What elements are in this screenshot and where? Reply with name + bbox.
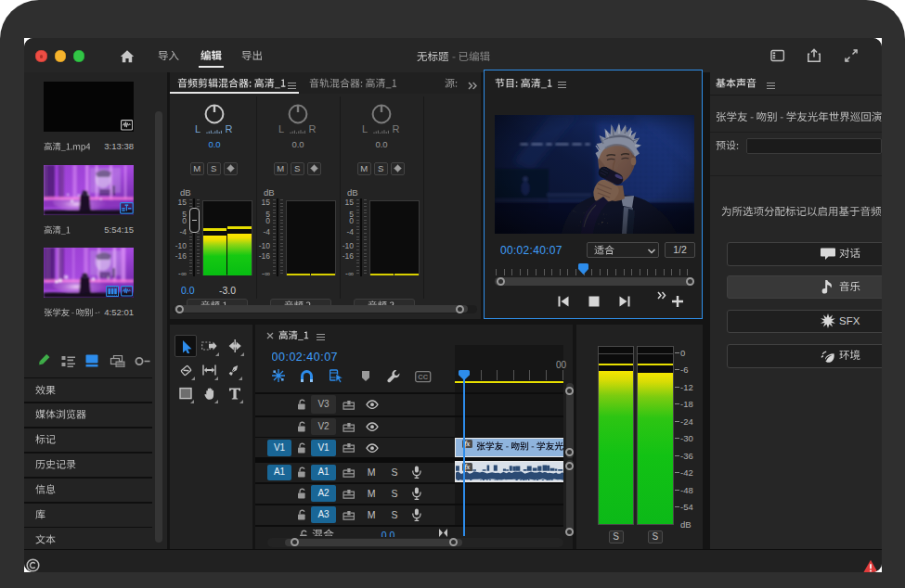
tab-essential-sound[interactable] [716,78,756,91]
program-panel-menu-icon[interactable] [558,81,566,89]
tool-track-select-forward[interactable] [201,339,217,353]
sidebar-panel-tab-label[interactable] [35,484,56,497]
share-export-icon[interactable] [807,48,821,62]
track-lock-icon[interactable] [297,421,306,432]
tool-razor[interactable] [179,364,193,377]
tool-ripple-edit[interactable] [227,339,242,353]
timeline-ruler[interactable] [455,370,564,380]
sync-lock-icon[interactable] [343,510,355,521]
project-item-label[interactable] [44,225,101,236]
closed-captions-icon[interactable]: CC [415,371,432,383]
program-ruler[interactable] [496,269,694,275]
add-marker-icon[interactable] [361,370,370,381]
voiceover-mic-icon[interactable] [411,466,422,479]
timeline-hscroll-thumb[interactable] [285,539,462,547]
track-lock-icon[interactable] [297,488,306,499]
sidebar-panel-tab-label[interactable] [35,534,56,547]
zoom-select-value[interactable] [594,245,614,258]
essential-button-label[interactable] [839,350,860,364]
sync-lock-icon[interactable] [343,422,355,433]
fullscreen-expand-icon[interactable] [844,48,859,63]
menu-edit[interactable] [200,50,222,64]
panel-overflow-icon[interactable] [468,82,477,90]
fader-track[interactable] [277,198,278,277]
track-lock-icon[interactable] [297,467,306,478]
sync-lock-icon[interactable] [343,442,355,454]
warning-triangle-icon[interactable] [863,559,878,573]
solo-button[interactable]: S [374,162,389,175]
meter-solo-label[interactable]: S [609,531,624,543]
project-item-label[interactable] [44,142,101,153]
sidebar-panel-tab-label[interactable] [35,434,56,447]
vscroll-handle[interactable] [565,462,574,470]
essential-button-label[interactable] [839,248,860,262]
vscroll-handle[interactable] [565,387,574,395]
meter-solo-label[interactable]: S [648,531,663,543]
vscroll-handle[interactable] [565,528,574,536]
mixer-panel-menu-icon[interactable] [288,82,296,90]
mixer-hscroll-handle-right[interactable] [456,305,464,313]
tool-type[interactable] [228,387,241,401]
sidebar-panel-tab-label[interactable] [35,509,45,522]
icon-view-icon[interactable] [85,354,98,367]
traffic-minimize-button[interactable] [55,50,66,61]
solo-button[interactable]: S [207,162,222,175]
project-item-label[interactable] [44,308,101,319]
keyframe-toggle-button[interactable] [391,162,406,175]
track-output-eye-icon[interactable] [366,443,379,454]
tab-audio-track-mixer[interactable] [309,78,397,91]
tool-selection[interactable] [179,339,193,353]
program-video-frame[interactable] [495,115,694,234]
workspace-layout-icon[interactable] [770,49,785,62]
sidebar-panel-tab-label[interactable] [35,459,76,472]
vscroll-handle[interactable] [565,448,574,456]
resolution-value[interactable]: 1/2 [665,244,695,256]
home-icon[interactable] [120,49,135,64]
step-forward-icon[interactable] [619,296,630,307]
tab-program-monitor[interactable] [495,78,552,91]
track-lock-icon[interactable] [297,399,306,410]
sync-lock-icon[interactable] [343,400,355,411]
essential-button-label[interactable] [839,281,860,295]
track-output-eye-icon[interactable] [366,400,379,410]
mixer-hscroll-handle-left[interactable] [175,305,184,313]
pan-knob[interactable] [288,104,308,124]
voiceover-mic-icon[interactable] [411,508,422,521]
timeline-panel-menu-icon[interactable] [317,333,325,341]
freeform-view-icon[interactable] [110,355,125,368]
tab-source[interactable] [445,78,458,91]
menu-import[interactable] [158,50,179,64]
sidebar-panel-tab-label[interactable] [35,409,86,422]
keyframe-toggle-button[interactable] [224,162,239,175]
sync-lock-icon[interactable] [343,467,355,479]
sidebar-scrollbar[interactable] [155,111,162,543]
tool-hand[interactable] [203,387,216,401]
timeline-settings-icon[interactable] [387,369,401,383]
tool-rectangle[interactable] [179,387,192,401]
tab-audio-clip-mixer[interactable] [177,78,286,91]
pan-knob[interactable] [371,104,392,124]
voiceover-mic-icon[interactable] [411,487,422,500]
program-scrub-handle-left[interactable] [497,277,505,286]
mute-button[interactable]: M [274,162,289,175]
list-view-icon[interactable] [61,355,75,368]
timeline-vscroll-audio[interactable] [566,460,574,536]
program-playhead[interactable] [578,263,588,275]
step-back-icon[interactable] [558,296,569,307]
track-lock-icon[interactable] [297,442,306,454]
program-scrub-handle-right[interactable] [686,277,694,286]
tab-timeline-sequence[interactable] [278,330,309,343]
sidebar-panel-tab-label[interactable] [35,385,56,398]
mute-button[interactable]: M [190,162,205,175]
sync-lock-icon[interactable] [343,489,355,500]
transport-more-icon[interactable] [657,291,666,300]
add-button-icon[interactable] [672,296,683,307]
tool-pen[interactable] [227,364,240,377]
essential-button-label[interactable]: SFX [839,314,867,328]
mixer-hscroll-thumb[interactable] [175,305,468,313]
mute-button[interactable]: M [357,162,372,175]
program-scrubber[interactable] [495,277,694,286]
menu-export[interactable] [241,50,263,64]
snap-magnet-icon[interactable] [300,370,314,383]
zoom-slider-icon[interactable] [135,355,150,367]
